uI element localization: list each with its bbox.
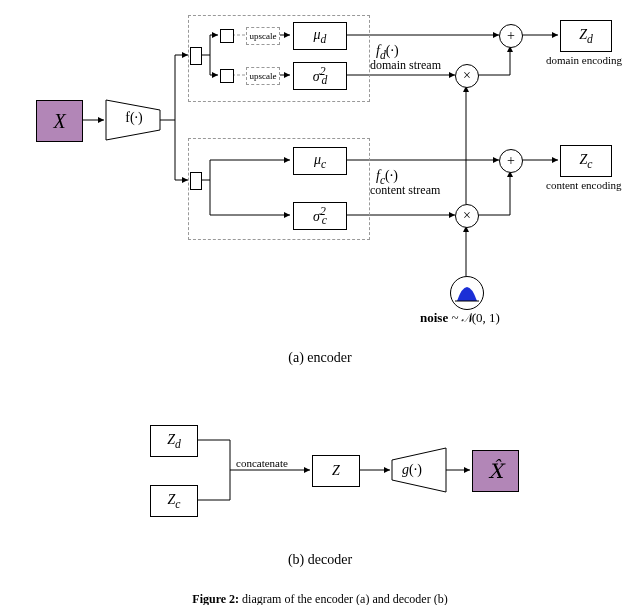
content-split-node <box>190 172 202 190</box>
zc-box: Zc <box>560 145 612 177</box>
mu-d-label: μd <box>314 27 327 46</box>
sigma-d-box: σ2d <box>293 62 347 90</box>
plus-icon: + <box>507 28 515 44</box>
plus-icon: + <box>507 153 515 169</box>
times-icon: × <box>463 208 471 224</box>
xhat-label: X̂ <box>488 459 502 483</box>
gaussian-icon <box>455 283 479 303</box>
decoder-zc-box: Zc <box>150 485 198 517</box>
concat-label: concatenate <box>236 457 288 469</box>
times-icon: × <box>463 68 471 84</box>
content-stream-label: content stream <box>370 183 440 198</box>
times-d: × <box>455 64 479 88</box>
domain-small-top <box>220 29 234 43</box>
plus-d: + <box>499 24 523 48</box>
noise-node <box>450 276 484 310</box>
encoder-caption: (a) encoder <box>0 350 640 366</box>
z-box: Z <box>312 455 360 487</box>
zd-box: Zd <box>560 20 612 52</box>
domain-encoding-label: domain encoding <box>546 54 622 66</box>
domain-stream-label: domain stream <box>370 58 441 73</box>
mu-c-label: μc <box>314 152 326 171</box>
domain-small-bottom <box>220 69 234 83</box>
content-encoding-label: content encoding <box>546 179 621 191</box>
domain-split-node <box>190 47 202 65</box>
mu-c-box: μc <box>293 147 347 175</box>
decoder-caption: (b) decoder <box>0 552 640 568</box>
decoder-zd-box: Zd <box>150 425 198 457</box>
sigma-d-label: σ2d <box>313 65 328 87</box>
upscale-bottom: upscale <box>246 67 280 85</box>
plus-c: + <box>499 149 523 173</box>
input-x-label: X <box>53 110 65 133</box>
upscale-top: upscale <box>246 27 280 45</box>
backbone-label: f(·) <box>112 110 156 126</box>
input-x: X <box>36 100 83 142</box>
sigma-c-label: σ2c <box>313 205 327 227</box>
sigma-c-box: σ2c <box>293 202 347 230</box>
g-label: g(·) <box>402 462 422 478</box>
mu-d-box: μd <box>293 22 347 50</box>
figure-caption: Figure 2: diagram of the encoder (a) and… <box>0 592 640 605</box>
xhat-box: X̂ <box>472 450 519 492</box>
times-c: × <box>455 204 479 228</box>
noise-label: noise ~ 𝒩(0, 1) <box>420 310 500 326</box>
